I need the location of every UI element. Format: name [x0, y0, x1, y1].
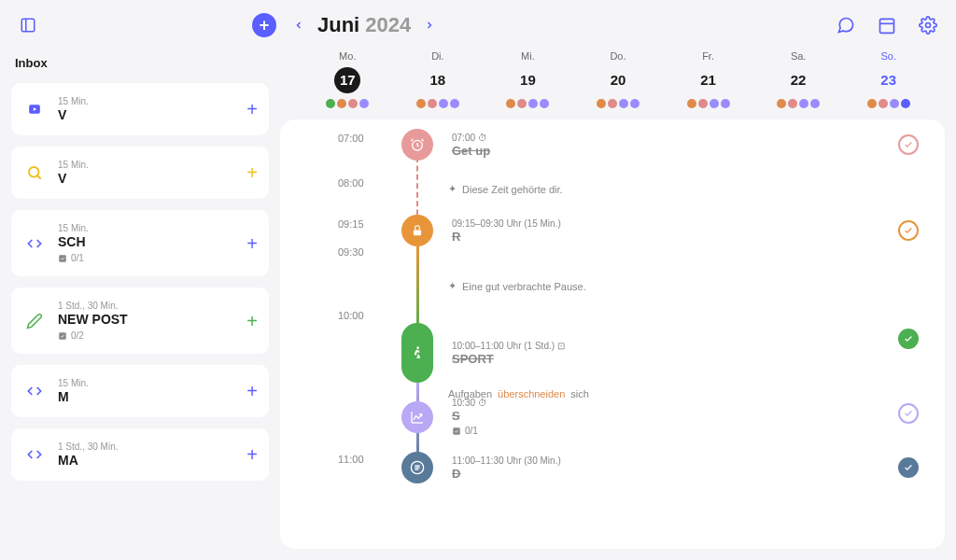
weekday-num: 17 — [334, 67, 360, 93]
weekday-dots — [393, 99, 484, 108]
svg-rect-2 — [880, 19, 894, 33]
weekday-abbr: Fr. — [663, 50, 753, 62]
inbox-title: Inbox — [11, 50, 269, 83]
timeline-event[interactable]: 10:00–11:00 Uhr (1 Std.) ⊡SPORT — [401, 323, 565, 383]
event-subtasks: 0/1 — [452, 426, 487, 436]
weekday-abbr: Di. — [393, 50, 484, 62]
svg-rect-10 — [59, 332, 66, 340]
category-dot — [528, 99, 538, 108]
event-title: SPORT — [452, 352, 565, 366]
timeline-note: ✦ Eine gut verbrachte Pause. — [448, 280, 586, 292]
inbox-duration: 15 Min. — [58, 96, 256, 106]
time-label: 08:00 — [338, 177, 364, 189]
inbox-add-button[interactable]: + — [246, 444, 258, 466]
category-dot — [506, 99, 515, 108]
inbox-add-button[interactable]: + — [246, 310, 258, 331]
category-dot — [810, 99, 820, 108]
inbox-subtasks: 0/2 — [58, 330, 256, 341]
event-complete-toggle[interactable] — [898, 457, 919, 478]
event-time: 07:00 ⏱ — [452, 133, 490, 143]
weekday-abbr: Mo. — [302, 50, 393, 62]
timeline-event[interactable]: 07:00 ⏱Get up — [401, 129, 490, 161]
weekday-num: 18 — [425, 67, 451, 93]
category-dot — [416, 99, 426, 108]
inbox-title: SCH — [58, 234, 256, 249]
event-title: Get up — [452, 144, 490, 158]
weekday-abbr: Sa. — [753, 50, 844, 62]
calendar-icon[interactable] — [874, 12, 900, 38]
code-icon — [24, 381, 45, 401]
event-title: D — [452, 467, 561, 481]
weekday-abbr: So. — [843, 50, 934, 62]
play-icon — [24, 99, 45, 119]
weekday-num: 19 — [514, 67, 541, 93]
weekday-19[interactable]: Mi.19 — [483, 50, 573, 108]
timeline-event[interactable]: 09:15–09:30 Uhr (15 Min.)R — [401, 215, 561, 246]
weekday-22[interactable]: Sa.22 — [753, 50, 844, 108]
inbox-card[interactable]: 15 Min.V+ — [11, 147, 269, 199]
list-icon — [401, 452, 433, 483]
category-dot — [630, 99, 640, 108]
inbox-title: NEW POST — [58, 312, 256, 327]
inbox-add-button[interactable]: + — [246, 162, 258, 184]
event-title: R — [452, 230, 561, 244]
search-icon — [24, 162, 45, 183]
inbox-card[interactable]: 1 Std., 30 Min.NEW POST 0/2+ — [11, 287, 269, 354]
settings-icon[interactable] — [915, 12, 941, 38]
category-dot — [608, 99, 617, 108]
event-title: S — [452, 409, 487, 423]
weekday-dots — [843, 99, 934, 108]
category-dot — [517, 99, 527, 108]
weekday-23[interactable]: So.23 — [843, 50, 934, 108]
svg-rect-0 — [21, 19, 35, 32]
chat-icon[interactable] — [833, 12, 859, 38]
svg-line-8 — [37, 175, 41, 179]
inbox-card[interactable]: 15 Min.M+ — [11, 365, 269, 417]
prev-month-button[interactable] — [288, 14, 310, 36]
category-dot — [777, 99, 786, 108]
timeline-note: ✦ Diese Zeit gehörte dir. — [448, 183, 563, 195]
event-time: 11:00–11:30 Uhr (30 Min.) — [452, 455, 561, 466]
timeline-event[interactable]: 10:30 ⏱S 0/1 — [401, 398, 487, 436]
weekday-18[interactable]: Di.18 — [393, 50, 484, 108]
inbox-card[interactable]: 15 Min.V+ — [11, 83, 269, 135]
svg-point-15 — [416, 346, 419, 349]
timeline-event[interactable]: 11:00–11:30 Uhr (30 Min.)D — [401, 452, 561, 483]
next-month-button[interactable] — [418, 14, 441, 36]
inbox-add-button[interactable]: + — [246, 381, 258, 402]
event-complete-toggle[interactable] — [898, 403, 919, 424]
inbox-duration: 15 Min. — [58, 378, 256, 388]
category-dot — [359, 99, 369, 108]
event-complete-toggle[interactable] — [898, 134, 919, 155]
inbox-subtasks: 0/1 — [58, 253, 256, 263]
inbox-card[interactable]: 1 Std., 30 Min.MA+ — [11, 428, 269, 481]
add-button[interactable]: + — [252, 13, 276, 37]
category-dot — [867, 99, 877, 108]
category-dot — [890, 99, 899, 108]
sidebar-toggle-icon[interactable] — [15, 12, 41, 38]
category-dot — [326, 99, 335, 108]
weekday-dots — [302, 99, 393, 108]
code-icon — [24, 233, 45, 254]
svg-point-4 — [926, 23, 931, 28]
svg-rect-9 — [59, 255, 66, 262]
category-dot — [597, 99, 606, 108]
inbox-add-button[interactable]: + — [246, 232, 258, 254]
category-dot — [619, 99, 628, 108]
svg-rect-18 — [453, 427, 460, 435]
inbox-title: MA — [58, 453, 256, 468]
timeline-note: Aufgaben überschneiden sich — [448, 388, 589, 399]
category-dot — [337, 99, 346, 108]
weekday-20[interactable]: Do.20 — [573, 50, 664, 108]
edit-icon — [24, 311, 45, 331]
inbox-add-button[interactable]: + — [246, 99, 258, 120]
month-label: Juni — [317, 13, 359, 36]
event-complete-toggle[interactable] — [898, 220, 919, 241]
inbox-card[interactable]: 15 Min.SCH 0/1+ — [11, 210, 269, 276]
weekday-21[interactable]: Fr.21 — [663, 50, 753, 108]
lock-icon — [401, 215, 433, 246]
event-complete-toggle[interactable] — [898, 329, 919, 349]
weekday-17[interactable]: Mo.17 — [302, 50, 393, 108]
inbox-duration: 1 Std., 30 Min. — [58, 301, 256, 311]
code-icon — [24, 444, 45, 465]
